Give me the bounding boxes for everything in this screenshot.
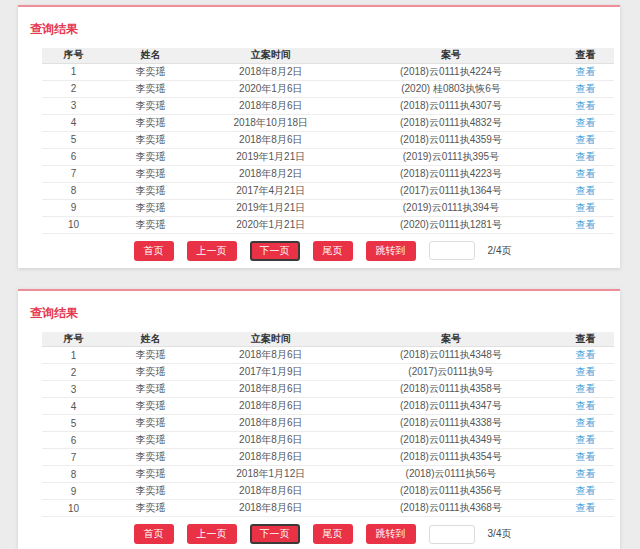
view-link[interactable]: 查看 [575,219,595,230]
cell-seq: 8 [42,466,105,483]
view-link[interactable]: 查看 [575,434,595,445]
cell-case-no: (2019)云0111执395号 [345,148,557,165]
jump-page-input[interactable] [429,525,475,544]
table-row: 1李奕瑶2018年8月2日(2018)云0111执4224号查看 [42,63,614,80]
cell-date: 2018年1月12日 [196,466,345,483]
column-header-name: 姓名 [105,48,197,63]
panel-title: 查询结果 [30,305,615,322]
cell-view: 查看 [557,432,614,449]
cell-date: 2019年1月21日 [196,199,345,216]
column-header-seq: 序号 [42,332,105,347]
view-link[interactable]: 查看 [575,100,595,111]
cell-case-no: (2017)云0111执9号 [345,364,557,381]
cell-name: 李奕瑶 [105,432,197,449]
cell-name: 李奕瑶 [105,466,197,483]
table-row: 8李奕瑶2017年4月21日(2017)云0111执1364号查看 [42,182,614,199]
view-link[interactable]: 查看 [575,451,595,462]
table-row: 4李奕瑶2018年8月6日(2018)云0111执4347号查看 [42,398,614,415]
cell-name: 李奕瑶 [105,165,197,182]
cell-case-no: (2018)云0111执4307号 [345,97,557,114]
jump-to-button[interactable]: 跳转到 [366,524,416,544]
cell-view: 查看 [557,199,614,216]
cell-case-no: (2018)云0111执4223号 [345,165,557,182]
view-link[interactable]: 查看 [575,366,595,377]
results-panel-1: 查询结果 序号 姓名 立案时间 案号 查看 1李奕瑶2018年8月2日(2018… [18,5,620,268]
cell-case-no: (2018)云0111执4358号 [345,381,557,398]
view-link[interactable]: 查看 [575,134,595,145]
cell-seq: 3 [42,97,105,114]
prev-page-button[interactable]: 上一页 [187,524,237,544]
results-panel-2: 查询结果 序号 姓名 立案时间 案号 查看 1李奕瑶2018年8月6日(2018… [18,289,620,549]
prev-page-button[interactable]: 上一页 [187,241,237,261]
view-link[interactable]: 查看 [575,485,595,496]
view-link[interactable]: 查看 [575,185,595,196]
table-row: 7李奕瑶2018年8月2日(2018)云0111执4223号查看 [42,165,614,182]
cell-date: 2020年1月21日 [196,216,345,233]
table-row: 9李奕瑶2018年8月6日(2018)云0111执4356号查看 [42,483,614,500]
view-link[interactable]: 查看 [575,202,595,213]
last-page-button[interactable]: 尾页 [313,241,353,261]
cell-date: 2018年8月6日 [196,432,345,449]
jump-to-button[interactable]: 跳转到 [366,241,416,261]
view-link[interactable]: 查看 [575,400,595,411]
cell-name: 李奕瑶 [105,483,197,500]
view-link[interactable]: 查看 [575,66,595,77]
cell-view: 查看 [557,500,614,517]
cell-case-no: (2018)云0111执56号 [345,466,557,483]
view-link[interactable]: 查看 [575,417,595,428]
cell-name: 李奕瑶 [105,97,197,114]
view-link[interactable]: 查看 [575,468,595,479]
cell-seq: 5 [42,415,105,432]
cell-seq: 7 [42,449,105,466]
cell-date: 2018年8月6日 [196,415,345,432]
pagination-bar: 首页 上一页 下一页 尾页 跳转到 2/4页 [30,241,615,261]
cell-view: 查看 [557,415,614,432]
view-link[interactable]: 查看 [575,502,595,513]
table-row: 9李奕瑶2019年1月21日(2019)云0111执394号查看 [42,199,614,216]
next-page-button[interactable]: 下一页 [250,524,300,544]
cell-case-no: (2020)云0111执1281号 [345,216,557,233]
first-page-button[interactable]: 首页 [134,241,174,261]
cell-seq: 10 [42,216,105,233]
cell-date: 2018年10月18日 [196,114,345,131]
cell-seq: 4 [42,398,105,415]
cell-seq: 7 [42,165,105,182]
cell-view: 查看 [557,63,614,80]
view-link[interactable]: 查看 [575,168,595,179]
last-page-button[interactable]: 尾页 [313,524,353,544]
view-link[interactable]: 查看 [575,83,595,94]
column-header-view: 查看 [557,332,614,347]
cell-view: 查看 [557,381,614,398]
cell-date: 2018年8月2日 [196,165,345,182]
view-link[interactable]: 查看 [575,383,595,394]
cell-case-no: (2020) 桂0803执恢6号 [345,80,557,97]
cell-date: 2017年1月9日 [196,364,345,381]
jump-page-input[interactable] [429,241,475,260]
column-header-seq: 序号 [42,48,105,63]
cell-seq: 2 [42,364,105,381]
cell-date: 2019年1月21日 [196,148,345,165]
table-row: 6李奕瑶2018年8月6日(2018)云0111执4349号查看 [42,432,614,449]
cell-case-no: (2018)云0111执4359号 [345,131,557,148]
cell-view: 查看 [557,165,614,182]
cell-name: 李奕瑶 [105,398,197,415]
cell-view: 查看 [557,97,614,114]
cell-view: 查看 [557,182,614,199]
view-link[interactable]: 查看 [575,349,595,360]
cell-view: 查看 [557,80,614,97]
cell-view: 查看 [557,114,614,131]
cell-case-no: (2018)云0111执4356号 [345,483,557,500]
cell-view: 查看 [557,364,614,381]
column-header-date: 立案时间 [196,48,345,63]
cell-name: 李奕瑶 [105,347,197,364]
first-page-button[interactable]: 首页 [134,524,174,544]
panel-title: 查询结果 [30,21,615,38]
view-link[interactable]: 查看 [575,117,595,128]
cell-case-no: (2017)云0111执1364号 [345,182,557,199]
cell-name: 李奕瑶 [105,148,197,165]
next-page-button[interactable]: 下一页 [250,241,300,261]
table-row: 2李奕瑶2017年1月9日(2017)云0111执9号查看 [42,364,614,381]
cell-case-no: (2018)云0111执4354号 [345,449,557,466]
view-link[interactable]: 查看 [575,151,595,162]
cell-date: 2018年8月6日 [196,398,345,415]
